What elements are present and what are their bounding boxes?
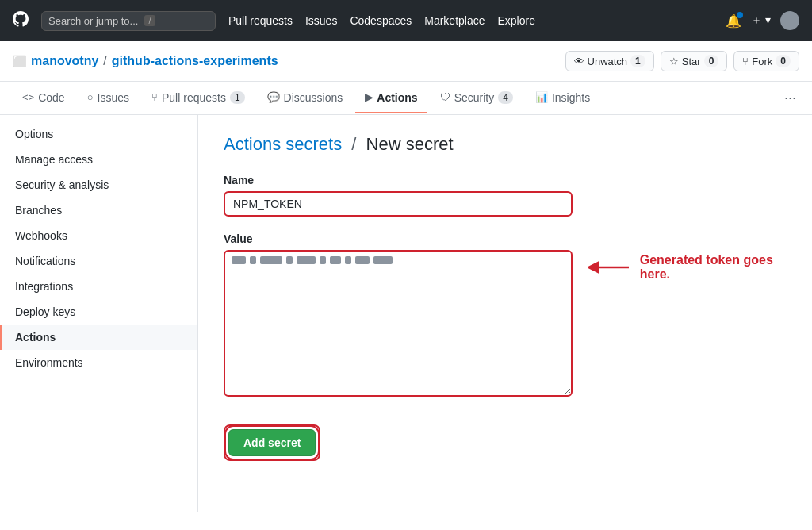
- breadcrumb-sep: /: [103, 54, 106, 68]
- security-icon: 🛡: [440, 91, 450, 103]
- content-area: Actions secrets / New secret Name Value: [198, 115, 812, 512]
- name-section: Name: [224, 174, 787, 217]
- slash-badge: /: [144, 15, 155, 26]
- tab-more-button[interactable]: ···: [781, 82, 799, 114]
- tab-issues[interactable]: ○ Issues: [78, 83, 139, 113]
- tab-discussions[interactable]: 💬 Discussions: [258, 83, 353, 113]
- nav-explore[interactable]: Explore: [498, 14, 535, 27]
- tab-pull-requests[interactable]: ⑂ Pull requests 1: [142, 83, 255, 113]
- sidebar-item-manage-access[interactable]: Manage access: [0, 147, 197, 172]
- sidebar-item-integrations[interactable]: Integrations: [0, 274, 197, 299]
- sidebar-item-branches[interactable]: Branches: [0, 198, 197, 223]
- repo-name-link[interactable]: github-actions-experiments: [112, 54, 278, 68]
- repo-actions: 👁 Unwatch 1 ☆ Star 0 ⑂ Fork 0: [565, 51, 799, 71]
- fork-icon: ⑂: [742, 56, 749, 67]
- tab-code-label: Code: [38, 91, 64, 104]
- value-section: Value: [224, 232, 787, 399]
- repo-icon: ⬜: [13, 55, 26, 67]
- add-secret-button[interactable]: Add secret: [228, 429, 316, 456]
- name-label: Name: [224, 174, 787, 186]
- nav-issues[interactable]: Issues: [305, 14, 337, 27]
- nav-right: 🔔 ＋ ▾: [726, 11, 799, 30]
- sidebar-item-webhooks[interactable]: Webhooks: [0, 223, 197, 248]
- fork-label: Fork: [752, 56, 772, 67]
- top-nav: Search or jump to... / Pull requests Iss…: [0, 0, 812, 41]
- issues-icon: ○: [87, 91, 94, 103]
- unwatch-button[interactable]: 👁 Unwatch 1: [565, 51, 654, 71]
- repo-owner-link[interactable]: manovotny: [31, 54, 98, 68]
- tab-actions[interactable]: ▶ Actions: [355, 83, 427, 113]
- repo-header: ⬜ manovotny / github-actions-experiments…: [0, 41, 812, 82]
- code-icon: <>: [22, 91, 34, 103]
- star-icon: ☆: [669, 56, 679, 67]
- sidebar-item-actions[interactable]: Actions: [0, 325, 197, 350]
- name-input[interactable]: [224, 191, 573, 217]
- notifications-bell[interactable]: 🔔: [726, 13, 741, 29]
- add-secret-wrapper: Add secret: [224, 424, 320, 461]
- tab-insights[interactable]: 📊 Insights: [526, 83, 599, 113]
- pr-badge: 1: [230, 91, 245, 104]
- sidebar-item-deploy-keys[interactable]: Deploy keys: [0, 299, 197, 325]
- value-label: Value: [224, 232, 787, 245]
- actions-secrets-link[interactable]: Actions secrets: [224, 134, 342, 154]
- sidebar-item-notifications[interactable]: Notifications: [0, 248, 197, 274]
- tab-code[interactable]: <> Code: [13, 83, 75, 113]
- value-textarea-wrapper: [224, 250, 573, 399]
- nav-pull-requests[interactable]: Pull requests: [228, 14, 293, 27]
- security-badge: 4: [498, 91, 513, 104]
- unwatch-label: Unwatch: [588, 56, 628, 67]
- value-textarea[interactable]: [224, 250, 573, 397]
- nav-marketplace[interactable]: Marketplace: [424, 14, 485, 27]
- annotation-text: Generated token goes here.: [640, 253, 787, 282]
- github-logo[interactable]: [13, 11, 29, 31]
- tab-discussions-label: Discussions: [284, 91, 343, 104]
- repo-breadcrumb: ⬜ manovotny / github-actions-experiments: [13, 54, 278, 68]
- sidebar-item-security-analysis[interactable]: Security & analysis: [0, 172, 197, 198]
- tab-nav: <> Code ○ Issues ⑂ Pull requests 1 💬 Dis…: [0, 82, 812, 115]
- fork-count: 0: [776, 55, 791, 67]
- arrow-icon: [588, 258, 630, 277]
- nav-codespaces[interactable]: Codespaces: [350, 14, 412, 27]
- nav-links: Pull requests Issues Codespaces Marketpl…: [228, 14, 535, 27]
- star-button[interactable]: ☆ Star 0: [661, 51, 728, 71]
- title-sep: /: [351, 134, 361, 154]
- main-content: Options Manage access Security & analysi…: [0, 115, 812, 512]
- create-new-button[interactable]: ＋ ▾: [751, 13, 771, 28]
- insights-icon: 📊: [535, 91, 548, 103]
- actions-icon: ▶: [365, 91, 373, 103]
- sidebar: Options Manage access Security & analysi…: [0, 115, 198, 512]
- unwatch-count: 1: [630, 55, 645, 67]
- star-label: Star: [682, 56, 701, 67]
- page-title: Actions secrets / New secret: [224, 134, 787, 155]
- tab-actions-label: Actions: [377, 91, 417, 104]
- sidebar-item-environments[interactable]: Environments: [0, 350, 197, 375]
- tab-security[interactable]: 🛡 Security 4: [431, 83, 523, 113]
- tab-insights-label: Insights: [552, 91, 590, 104]
- search-text: Search or jump to...: [48, 15, 138, 27]
- eye-icon: 👁: [574, 56, 584, 67]
- tab-pr-label: Pull requests: [162, 91, 226, 104]
- star-count: 0: [704, 55, 719, 67]
- arrow-annotation: Generated token goes here.: [588, 253, 787, 282]
- page-subtitle: New secret: [366, 134, 454, 154]
- search-bar[interactable]: Search or jump to... /: [41, 11, 216, 31]
- user-avatar[interactable]: [780, 11, 799, 30]
- pr-icon: ⑂: [151, 91, 158, 103]
- tab-security-label: Security: [454, 91, 495, 104]
- tab-issues-label: Issues: [98, 91, 129, 104]
- fork-button[interactable]: ⑂ Fork 0: [733, 51, 799, 71]
- sidebar-item-options[interactable]: Options: [0, 121, 197, 147]
- discussions-icon: 💬: [267, 91, 280, 103]
